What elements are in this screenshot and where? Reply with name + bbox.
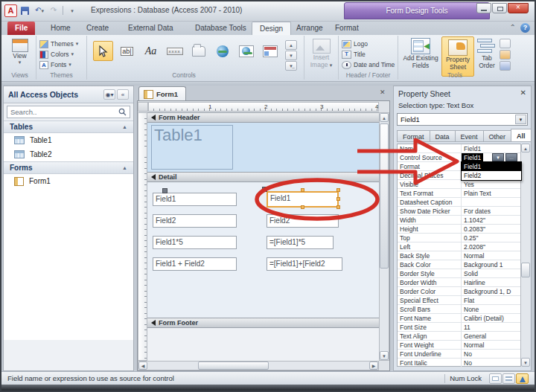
web-browser-control-button[interactable] xyxy=(236,41,256,61)
scroll-down-icon[interactable]: ▼ xyxy=(380,351,389,360)
form-title-label[interactable]: Table1 xyxy=(151,125,233,170)
property-sheet-close-icon[interactable]: ✕ xyxy=(520,89,526,97)
control-source-dropdown-icon[interactable]: ▼ xyxy=(492,153,504,161)
controls-more-button[interactable]: ▼̲ xyxy=(285,61,297,71)
property-row[interactable]: Border Color Background 1, D xyxy=(398,287,523,296)
property-row[interactable]: Border Style Solid xyxy=(398,269,523,278)
scroll-down-icon[interactable]: ▼ xyxy=(521,358,530,367)
property-row[interactable]: Back Color Background 1 xyxy=(398,260,523,269)
tab-control-button[interactable] xyxy=(188,41,208,61)
field2-textbox[interactable]: Field2 xyxy=(267,214,339,228)
qat-customize-button[interactable]: ▾ xyxy=(66,5,78,16)
design-view-button[interactable] xyxy=(516,373,529,384)
add-existing-fields-button[interactable]: Add Existing Fields xyxy=(401,36,440,69)
property-row[interactable]: Font Underline No xyxy=(398,350,523,359)
title-button[interactable]: Title xyxy=(339,49,398,60)
selection-handle-bottom[interactable] xyxy=(301,205,304,209)
search-input[interactable]: Search.. xyxy=(10,108,118,116)
property-sheet-tab[interactable]: All xyxy=(511,129,532,142)
nav-item-table[interactable]: Table2 xyxy=(4,147,133,161)
convert-macros-icon[interactable] xyxy=(500,61,511,71)
scroll-up-icon[interactable]: ▲ xyxy=(380,113,389,122)
tab-order-button[interactable]: Tab Order xyxy=(476,36,498,69)
property-row[interactable]: Height 0.2083" xyxy=(398,225,523,234)
logo-button[interactable]: Logo xyxy=(339,39,398,49)
ribbon-tab[interactable]: Home xyxy=(43,22,78,35)
scroll-thumb[interactable] xyxy=(521,263,530,277)
property-row[interactable]: Name Field1 xyxy=(398,144,523,153)
nav-item-table[interactable]: Table1 xyxy=(4,133,133,147)
nav-shutter-button[interactable]: « xyxy=(117,89,129,100)
button-control-button[interactable]: xxxx xyxy=(165,41,185,61)
close-button[interactable]: × xyxy=(508,3,529,13)
minimize-button[interactable] xyxy=(476,3,491,13)
property-row[interactable]: Left 2.0208" xyxy=(398,242,523,251)
nav-group-forms[interactable]: Forms ▲ xyxy=(4,161,133,174)
property-row[interactable]: Font Name Calibri (Detail) xyxy=(398,314,523,323)
fonts-button[interactable]: A Fonts▾ xyxy=(36,60,86,70)
property-row[interactable]: Font Weight Normal xyxy=(398,341,523,350)
nav-group-tables[interactable]: Tables ▲ xyxy=(4,121,133,133)
dropdown-option[interactable]: Field2 xyxy=(462,171,521,180)
dropdown-option[interactable]: Field1 xyxy=(462,162,521,171)
detail-section-bar[interactable]: Detail xyxy=(147,172,379,182)
document-tab-form1[interactable]: Form1 xyxy=(138,86,186,101)
form-view-button[interactable] xyxy=(489,373,502,384)
colors-button[interactable]: Colors▾ xyxy=(36,49,86,60)
help-icon[interactable]: ? xyxy=(520,23,530,33)
selection-handle-top[interactable] xyxy=(301,188,304,192)
ribbon-tab[interactable]: File xyxy=(7,22,35,35)
field1-label[interactable]: Field1 xyxy=(153,193,237,206)
property-row[interactable]: Special Effect Flat xyxy=(398,296,523,305)
selection-handle-bottom-right[interactable] xyxy=(336,205,340,209)
property-row[interactable]: Top 0.25" xyxy=(398,234,523,242)
textbox-move-handle[interactable] xyxy=(262,187,267,192)
ribbon-tab[interactable]: Format xyxy=(328,22,366,35)
vertical-scroll-thumb[interactable] xyxy=(380,123,389,269)
label-move-handle[interactable] xyxy=(162,188,168,193)
ribbon-tab[interactable]: Arrange xyxy=(289,22,331,35)
ribbon-tab[interactable]: Database Tools xyxy=(188,22,254,35)
nav-search-box[interactable]: Search.. xyxy=(7,106,130,118)
form-header-section[interactable]: Table1 xyxy=(147,123,379,172)
navigation-control-button[interactable] xyxy=(260,41,280,61)
object-selector-combo[interactable]: Field1 ▼ xyxy=(397,113,528,126)
sum-expression-textbox[interactable]: =[Field1]+[Field2 xyxy=(267,257,342,271)
property-sheet-tab[interactable]: Format xyxy=(397,130,430,142)
text-box-control-button[interactable]: ab| xyxy=(117,41,137,61)
hyperlink-control-button[interactable] xyxy=(212,41,232,61)
property-sheet-button[interactable]: Property Sheet xyxy=(441,36,474,77)
property-sheet-tab[interactable]: Other xyxy=(483,130,511,142)
field2-label[interactable]: Field2 xyxy=(153,214,237,228)
save-button[interactable] xyxy=(19,5,31,16)
combo-dropdown-icon[interactable]: ▼ xyxy=(515,115,526,124)
property-row[interactable]: Border Width Hairline xyxy=(398,278,523,287)
field1x5-label[interactable]: Field1*5 xyxy=(153,236,237,249)
select-pointer-button[interactable] xyxy=(93,41,113,61)
property-row[interactable]: Back Style Normal xyxy=(398,251,523,260)
property-row[interactable]: Font Size 11 xyxy=(398,323,523,332)
themes-button[interactable]: Themes▾ xyxy=(36,39,86,49)
horizontal-scroll-thumb[interactable] xyxy=(198,362,269,370)
access-app-icon[interactable]: A xyxy=(4,4,17,17)
view-code-icon[interactable] xyxy=(500,50,511,60)
scroll-up-icon[interactable]: ▲ xyxy=(521,144,530,152)
property-row[interactable]: Width 1.1042" xyxy=(398,216,523,225)
undo-button[interactable]: ↶▾ xyxy=(34,5,45,16)
ribbon-tab[interactable]: Design xyxy=(252,22,291,35)
scroll-right-icon[interactable]: ▶ xyxy=(369,362,378,370)
subform-in-new-window-icon[interactable] xyxy=(500,39,511,48)
property-row[interactable]: Text Align General xyxy=(398,332,523,341)
document-vertical-scrollbar[interactable]: ▲ ▼ xyxy=(379,112,389,361)
controls-scroll-up-button[interactable]: ▲ xyxy=(285,40,297,50)
form-footer-section-bar[interactable]: Form Footer xyxy=(147,318,379,328)
ribbon-tab[interactable]: Create xyxy=(79,22,116,35)
nav-item-form[interactable]: Form1 xyxy=(4,174,133,188)
redo-button[interactable]: ↷ xyxy=(48,5,60,16)
controls-scroll-down-button[interactable]: ▼ xyxy=(285,51,297,60)
maximize-button[interactable] xyxy=(492,3,507,13)
insert-image-button[interactable]: Insert Image ▾ xyxy=(304,39,338,68)
datasheet-view-button[interactable] xyxy=(502,373,515,384)
field1-plus-field2-label[interactable]: Field1 + Field2 xyxy=(153,257,237,271)
date-and-time-button[interactable]: Date and Time xyxy=(339,60,398,70)
